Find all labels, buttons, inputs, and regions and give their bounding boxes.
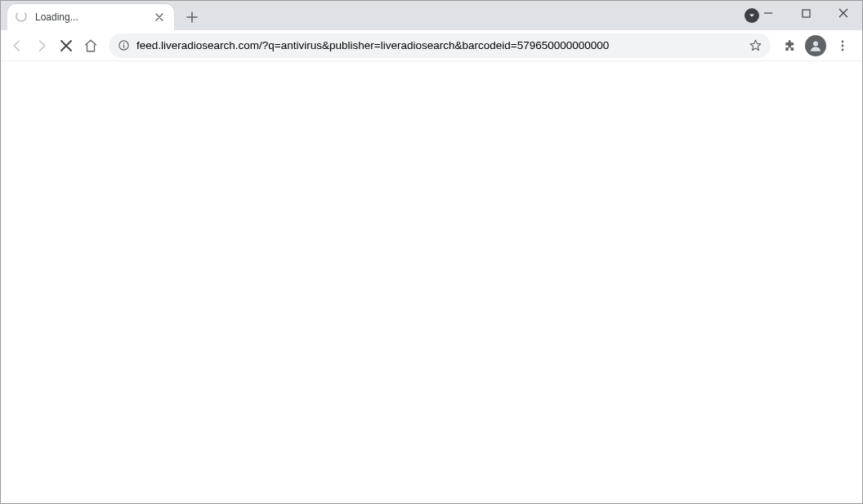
site-info-icon[interactable] — [117, 39, 130, 52]
browser-tab[interactable]: Loading... — [7, 4, 174, 30]
svg-point-2 — [123, 42, 124, 44]
loading-spinner-icon — [16, 11, 29, 24]
extensions-button[interactable] — [777, 34, 800, 57]
window-minimize-button[interactable] — [749, 1, 787, 25]
svg-point-6 — [842, 48, 844, 51]
url-text[interactable]: feed.liveradiosearch.com/?q=antivirus&pu… — [136, 39, 741, 51]
window-controls — [749, 1, 862, 25]
profile-button[interactable] — [805, 35, 826, 56]
toolbar-right — [777, 34, 857, 57]
svg-point-3 — [813, 41, 818, 46]
page-content — [1, 61, 862, 503]
url-path: /?q=antivirus&publisher=liveradiosearch&… — [259, 39, 609, 51]
home-button[interactable] — [79, 34, 102, 57]
window-close-button[interactable] — [825, 1, 862, 25]
stop-reload-button[interactable] — [55, 34, 78, 57]
window-maximize-button[interactable] — [787, 1, 825, 25]
toolbar: feed.liveradiosearch.com/?q=antivirus&pu… — [1, 30, 862, 61]
url-host: feed.liveradiosearch.com — [136, 39, 259, 51]
svg-point-5 — [842, 44, 844, 47]
bookmark-button[interactable] — [748, 38, 762, 53]
address-bar[interactable]: feed.liveradiosearch.com/?q=antivirus&pu… — [109, 33, 771, 58]
titlebar: Loading... — [1, 1, 862, 30]
svg-point-4 — [842, 40, 844, 42]
forward-button[interactable] — [30, 34, 53, 57]
menu-button[interactable] — [831, 34, 854, 57]
tab-title: Loading... — [35, 11, 148, 23]
tab-close-button[interactable] — [153, 11, 166, 24]
new-tab-button[interactable] — [181, 6, 203, 29]
svg-rect-0 — [803, 10, 810, 17]
back-button[interactable] — [6, 34, 29, 57]
